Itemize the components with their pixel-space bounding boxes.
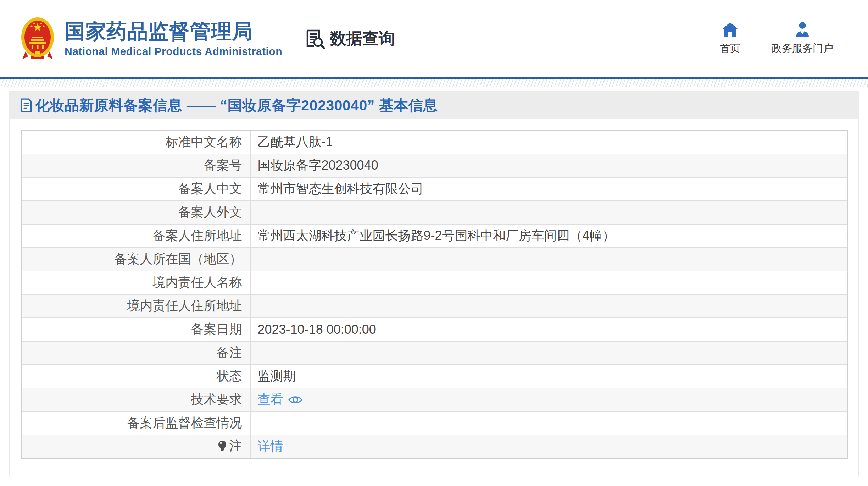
info-table-body: 标准中文名称乙酰基八肽-1备案号国妆原备字20230040备案人中文常州市智态生…: [22, 131, 848, 458]
field-value: 监测期: [250, 365, 848, 388]
field-label: 备案人所在国（地区）: [22, 248, 250, 271]
table-row: 备案后监督检查情况: [22, 412, 848, 435]
field-label: 备案人住所地址: [22, 224, 250, 248]
field-label: 境内责任人名称: [22, 271, 250, 294]
bulb-icon: [217, 440, 227, 455]
table-row: 备案人外文: [22, 201, 848, 224]
table-row: 境内责任人名称: [22, 271, 848, 294]
data-query-section: 数据查询: [303, 27, 395, 50]
header-nav: 首页 政务服务门户: [720, 22, 868, 56]
content-panel: 化妆品新原料备案信息 —— “国妆原备字20230040” 基本信息 标准中文名…: [9, 91, 859, 477]
table-row: 备案号国妆原备字20230040: [22, 154, 848, 177]
field-label: 标准中文名称: [22, 131, 250, 154]
field-label: 技术要求: [22, 388, 250, 412]
field-value: [250, 248, 848, 271]
table-row: 备案人所在国（地区）: [22, 248, 848, 271]
nav-item-home[interactable]: 首页: [720, 22, 740, 56]
hatch-band: [0, 79, 868, 87]
field-label: 注: [22, 435, 250, 458]
table-row: 备注: [22, 341, 848, 365]
field-value: [250, 201, 848, 224]
field-value: 详情: [250, 435, 848, 458]
details-link[interactable]: 详情: [258, 438, 283, 455]
org-name-zh: 国家药品监督管理局: [65, 20, 282, 43]
field-value: [250, 341, 848, 365]
table-row: 备案人住所地址常州西太湖科技产业园长扬路9-2号国科中和厂房车间四（4幢）: [22, 224, 848, 248]
table-row: 备案日期2023-10-18 00:00:00: [22, 318, 848, 341]
field-label: 状态: [22, 365, 250, 388]
nav-item-portal[interactable]: 政务服务门户: [772, 22, 833, 56]
field-label: 境内责任人住所地址: [22, 294, 250, 318]
view-link[interactable]: 查看: [258, 391, 302, 408]
field-value: 常州西太湖科技产业园长扬路9-2号国科中和厂房车间四（4幢）: [250, 224, 848, 248]
eye-icon: [288, 394, 302, 405]
table-row: 技术要求查看: [22, 388, 848, 412]
national-emblem-icon: [21, 17, 55, 61]
field-value: [250, 412, 848, 435]
page-title-bar: 化妆品新原料备案信息 —— “国妆原备字20230040” 基本信息: [10, 92, 858, 119]
field-value: 2023-10-18 00:00:00: [250, 318, 848, 341]
table-row: 境内责任人住所地址: [22, 294, 848, 318]
info-table: 标准中文名称乙酰基八肽-1备案号国妆原备字20230040备案人中文常州市智态生…: [21, 130, 848, 459]
table-row: 注详情: [22, 435, 848, 458]
page-title: 化妆品新原料备案信息 —— “国妆原备字20230040” 基本信息: [35, 96, 438, 115]
document-icon: [20, 98, 32, 112]
info-table-wrap: 标准中文名称乙酰基八肽-1备案号国妆原备字20230040备案人中文常州市智态生…: [21, 130, 858, 459]
field-value: 国妆原备字20230040: [250, 154, 848, 177]
brand-text: 国家药品监督管理局 National Medical Products Admi…: [65, 20, 282, 57]
table-row: 标准中文名称乙酰基八肽-1: [22, 131, 848, 154]
table-row: 备案人中文常州市智态生创科技有限公司: [22, 177, 848, 201]
table-row: 状态监测期: [22, 365, 848, 388]
site-logo[interactable]: 国家药品监督管理局 National Medical Products Admi…: [21, 17, 282, 61]
field-value: [250, 271, 848, 294]
field-label: 备案人中文: [22, 177, 250, 201]
field-value: 乙酰基八肽-1: [250, 131, 848, 154]
field-label: 备案日期: [22, 318, 250, 341]
nav-label: 首页: [720, 42, 740, 56]
user-icon: [795, 22, 810, 37]
field-value: 常州市智态生创科技有限公司: [250, 177, 848, 201]
field-label: 备案人外文: [22, 201, 250, 224]
data-query-label: 数据查询: [330, 28, 395, 50]
data-query-icon: [303, 27, 326, 50]
field-label: 备案后监督检查情况: [22, 412, 250, 435]
home-icon: [722, 22, 738, 37]
field-value: 查看: [250, 388, 848, 412]
nav-label: 政务服务门户: [772, 42, 833, 56]
site-header: 国家药品监督管理局 National Medical Products Admi…: [0, 0, 868, 77]
field-label: 备注: [22, 341, 250, 365]
field-label: 备案号: [22, 154, 250, 177]
field-value: [250, 294, 848, 318]
org-name-en: National Medical Products Administration: [65, 45, 282, 57]
